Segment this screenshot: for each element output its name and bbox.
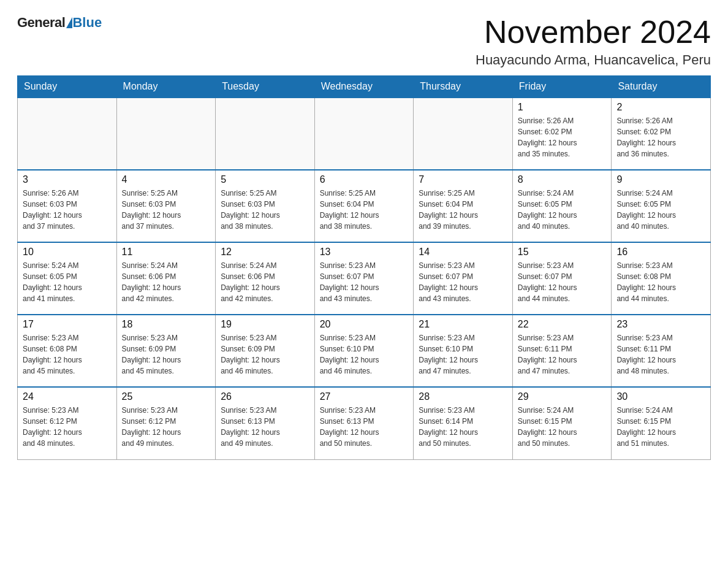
logo-blue-text: Blue [72, 15, 102, 31]
logo: General Blue [17, 15, 102, 31]
day-info: Sunrise: 5:24 AMSunset: 6:05 PMDaylight:… [518, 188, 607, 232]
calendar-cell: 15Sunrise: 5:23 AMSunset: 6:07 PMDayligh… [512, 242, 612, 315]
day-number: 2 [616, 102, 705, 113]
day-number: 29 [518, 391, 607, 402]
day-number: 4 [122, 174, 211, 185]
day-info: Sunrise: 5:23 AMSunset: 6:14 PMDaylight:… [419, 405, 507, 449]
day-info: Sunrise: 5:23 AMSunset: 6:11 PMDaylight:… [518, 332, 607, 377]
day-info: Sunrise: 5:23 AMSunset: 6:07 PMDaylight:… [419, 260, 507, 304]
calendar-cell: 21Sunrise: 5:23 AMSunset: 6:10 PMDayligh… [414, 315, 513, 387]
calendar-cell: 26Sunrise: 5:23 AMSunset: 6:13 PMDayligh… [216, 387, 315, 459]
calendar-cell: 23Sunrise: 5:23 AMSunset: 6:11 PMDayligh… [612, 315, 711, 387]
day-info: Sunrise: 5:24 AMSunset: 6:15 PMDaylight:… [616, 405, 705, 449]
day-info: Sunrise: 5:23 AMSunset: 6:13 PMDaylight:… [320, 405, 409, 449]
calendar-day-header: Friday [512, 76, 612, 98]
calendar-cell [314, 98, 414, 170]
calendar-cell: 7Sunrise: 5:25 AMSunset: 6:04 PMDaylight… [414, 170, 513, 242]
day-number: 17 [23, 319, 112, 330]
day-number: 14 [419, 247, 507, 258]
day-info: Sunrise: 5:23 AMSunset: 6:07 PMDaylight:… [320, 260, 409, 304]
day-number: 11 [122, 247, 211, 258]
day-info: Sunrise: 5:23 AMSunset: 6:12 PMDaylight:… [122, 405, 211, 449]
main-title: November 2024 [476, 15, 711, 50]
calendar-cell: 8Sunrise: 5:24 AMSunset: 6:05 PMDaylight… [512, 170, 612, 242]
calendar-cell [216, 98, 315, 170]
day-number: 18 [122, 319, 211, 330]
calendar-cell: 4Sunrise: 5:25 AMSunset: 6:03 PMDaylight… [116, 170, 216, 242]
day-info: Sunrise: 5:24 AMSunset: 6:06 PMDaylight:… [122, 260, 211, 304]
calendar-cell: 24Sunrise: 5:23 AMSunset: 6:12 PMDayligh… [18, 387, 117, 459]
calendar-day-header: Wednesday [314, 76, 414, 98]
day-number: 1 [518, 102, 607, 113]
calendar-cell: 3Sunrise: 5:26 AMSunset: 6:03 PMDaylight… [18, 170, 117, 242]
day-info: Sunrise: 5:23 AMSunset: 6:09 PMDaylight:… [221, 332, 309, 377]
week-row: 1Sunrise: 5:26 AMSunset: 6:02 PMDaylight… [18, 98, 711, 170]
day-info: Sunrise: 5:23 AMSunset: 6:07 PMDaylight:… [518, 260, 607, 304]
title-block: November 2024 Huayacundo Arma, Huancavel… [476, 15, 711, 68]
calendar-cell [116, 98, 216, 170]
day-number: 15 [518, 247, 607, 258]
day-info: Sunrise: 5:23 AMSunset: 6:11 PMDaylight:… [616, 332, 705, 377]
calendar-cell: 12Sunrise: 5:24 AMSunset: 6:06 PMDayligh… [216, 242, 315, 315]
calendar-cell: 29Sunrise: 5:24 AMSunset: 6:15 PMDayligh… [512, 387, 612, 459]
day-info: Sunrise: 5:24 AMSunset: 6:06 PMDaylight:… [221, 260, 309, 304]
calendar-cell: 17Sunrise: 5:23 AMSunset: 6:08 PMDayligh… [18, 315, 117, 387]
day-info: Sunrise: 5:26 AMSunset: 6:02 PMDaylight:… [616, 115, 705, 159]
day-number: 24 [23, 391, 112, 402]
calendar-cell: 16Sunrise: 5:23 AMSunset: 6:08 PMDayligh… [612, 242, 711, 315]
day-number: 23 [616, 319, 705, 330]
day-info: Sunrise: 5:25 AMSunset: 6:04 PMDaylight:… [419, 188, 507, 232]
day-info: Sunrise: 5:23 AMSunset: 6:12 PMDaylight:… [23, 405, 112, 449]
day-number: 13 [320, 247, 409, 258]
day-number: 19 [221, 319, 309, 330]
calendar-day-header: Tuesday [216, 76, 315, 98]
calendar-cell: 22Sunrise: 5:23 AMSunset: 6:11 PMDayligh… [512, 315, 612, 387]
day-info: Sunrise: 5:24 AMSunset: 6:15 PMDaylight:… [518, 405, 607, 449]
calendar-cell: 6Sunrise: 5:25 AMSunset: 6:04 PMDaylight… [314, 170, 414, 242]
calendar-header-row: SundayMondayTuesdayWednesdayThursdayFrid… [18, 76, 711, 98]
calendar-cell: 1Sunrise: 5:26 AMSunset: 6:02 PMDaylight… [512, 98, 612, 170]
day-number: 28 [419, 391, 507, 402]
week-row: 17Sunrise: 5:23 AMSunset: 6:08 PMDayligh… [18, 315, 711, 387]
calendar-cell: 25Sunrise: 5:23 AMSunset: 6:12 PMDayligh… [116, 387, 216, 459]
day-info: Sunrise: 5:24 AMSunset: 6:05 PMDaylight:… [616, 188, 705, 232]
calendar-cell: 10Sunrise: 5:24 AMSunset: 6:05 PMDayligh… [18, 242, 117, 315]
day-number: 6 [320, 174, 409, 185]
calendar-day-header: Monday [116, 76, 216, 98]
subtitle: Huayacundo Arma, Huancavelica, Peru [476, 52, 711, 68]
day-number: 9 [616, 174, 705, 185]
calendar-cell: 13Sunrise: 5:23 AMSunset: 6:07 PMDayligh… [314, 242, 414, 315]
day-info: Sunrise: 5:23 AMSunset: 6:09 PMDaylight:… [122, 332, 211, 377]
calendar-cell: 20Sunrise: 5:23 AMSunset: 6:10 PMDayligh… [314, 315, 414, 387]
day-info: Sunrise: 5:25 AMSunset: 6:03 PMDaylight:… [122, 188, 211, 232]
calendar-cell: 18Sunrise: 5:23 AMSunset: 6:09 PMDayligh… [116, 315, 216, 387]
calendar-day-header: Thursday [414, 76, 513, 98]
day-info: Sunrise: 5:23 AMSunset: 6:10 PMDaylight:… [419, 332, 507, 377]
day-info: Sunrise: 5:23 AMSunset: 6:08 PMDaylight:… [23, 332, 112, 377]
page-header: General Blue November 2024 Huayacundo Ar… [17, 15, 711, 68]
day-info: Sunrise: 5:24 AMSunset: 6:05 PMDaylight:… [23, 260, 112, 304]
day-number: 12 [221, 247, 309, 258]
day-number: 7 [419, 174, 507, 185]
week-row: 10Sunrise: 5:24 AMSunset: 6:05 PMDayligh… [18, 242, 711, 315]
day-info: Sunrise: 5:26 AMSunset: 6:02 PMDaylight:… [518, 115, 607, 159]
day-number: 20 [320, 319, 409, 330]
day-number: 30 [616, 391, 705, 402]
calendar-day-header: Saturday [612, 76, 711, 98]
calendar-cell: 2Sunrise: 5:26 AMSunset: 6:02 PMDaylight… [612, 98, 711, 170]
day-number: 3 [23, 174, 112, 185]
day-number: 26 [221, 391, 309, 402]
week-row: 24Sunrise: 5:23 AMSunset: 6:12 PMDayligh… [18, 387, 711, 459]
day-number: 8 [518, 174, 607, 185]
day-number: 10 [23, 247, 112, 258]
day-number: 5 [221, 174, 309, 185]
day-info: Sunrise: 5:23 AMSunset: 6:13 PMDaylight:… [221, 405, 309, 449]
calendar-table: SundayMondayTuesdayWednesdayThursdayFrid… [17, 75, 711, 460]
calendar-cell: 30Sunrise: 5:24 AMSunset: 6:15 PMDayligh… [612, 387, 711, 459]
day-info: Sunrise: 5:25 AMSunset: 6:04 PMDaylight:… [320, 188, 409, 232]
calendar-cell: 14Sunrise: 5:23 AMSunset: 6:07 PMDayligh… [414, 242, 513, 315]
calendar-cell: 27Sunrise: 5:23 AMSunset: 6:13 PMDayligh… [314, 387, 414, 459]
day-info: Sunrise: 5:25 AMSunset: 6:03 PMDaylight:… [221, 188, 309, 232]
week-row: 3Sunrise: 5:26 AMSunset: 6:03 PMDaylight… [18, 170, 711, 242]
logo-triangle-icon [66, 17, 72, 28]
